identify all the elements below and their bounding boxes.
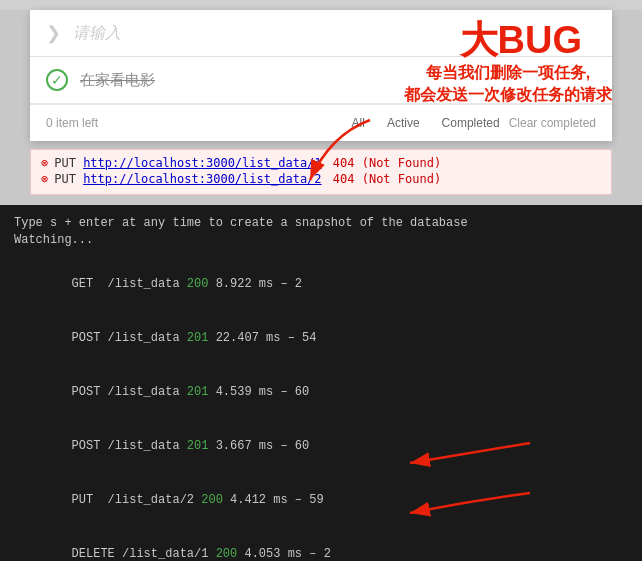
status-200-2: 200 (201, 493, 223, 507)
todo-item-text: 在家看电影 (80, 71, 155, 90)
clear-completed-button[interactable]: Clear completed (509, 116, 596, 130)
method-post-3: POST /list_data (72, 439, 187, 453)
error-icon-1: ⊗ (41, 156, 48, 170)
status-201-3: 201 (187, 439, 209, 453)
terminal-line-2: POST /list_data 201 22.407 ms – 54 (14, 311, 628, 365)
terminal-line-3: POST /list_data 201 4.539 ms – 60 (14, 365, 628, 419)
timing-4: 3.667 ms – 60 (208, 439, 309, 453)
bug-title: 大BUG (460, 15, 582, 66)
status-200-1: 200 (187, 277, 209, 291)
terminal-arrows (350, 423, 550, 533)
timing-5: 4.412 ms – 59 (223, 493, 324, 507)
todo-checkbox[interactable]: ✓ (46, 69, 68, 91)
terminal-header-line1: Type s + enter at any time to create a s… (14, 215, 628, 232)
timing-6: 4.053 ms – 2 (237, 547, 331, 561)
red-arrow-1 (230, 115, 390, 195)
method-get-1: GET /list_data (72, 277, 187, 291)
error-method-1: PUT (54, 156, 83, 170)
timing-2: 22.407 ms – 54 (208, 331, 316, 345)
timing-1: 8.922 ms – 2 (208, 277, 302, 291)
bottom-section: Type s + enter at any time to create a s… (0, 205, 642, 561)
method-put-1: PUT /list_data/2 (72, 493, 202, 507)
status-200-3: 200 (216, 547, 238, 561)
todo-input-placeholder[interactable]: 请输入 (73, 23, 121, 44)
method-post-1: POST /list_data (72, 331, 187, 345)
status-201-2: 201 (187, 385, 209, 399)
status-201-1: 201 (187, 331, 209, 345)
method-post-2: POST /list_data (72, 385, 187, 399)
error-icon-2: ⊗ (41, 172, 48, 186)
terminal: Type s + enter at any time to create a s… (0, 205, 642, 561)
chevron-icon: ❯ (46, 22, 61, 44)
main-container: 大BUG 每当我们删除一项任务, 都会发送一次修改任务的请求 ❯ 请输入 ✓ 在… (0, 10, 642, 561)
error-method-2: PUT (54, 172, 83, 186)
filter-completed-button[interactable]: Completed (433, 113, 509, 133)
bug-description: 每当我们删除一项任务, 都会发送一次修改任务的请求 (404, 62, 612, 107)
terminal-header: Type s + enter at any time to create a s… (14, 215, 628, 249)
terminal-line-1: GET /list_data 200 8.922 ms – 2 (14, 257, 628, 311)
terminal-header-line2: Watching... (14, 232, 628, 249)
check-mark-icon: ✓ (51, 72, 63, 88)
method-delete-1: DELETE /list_data/1 (72, 547, 216, 561)
timing-3: 4.539 ms – 60 (208, 385, 309, 399)
